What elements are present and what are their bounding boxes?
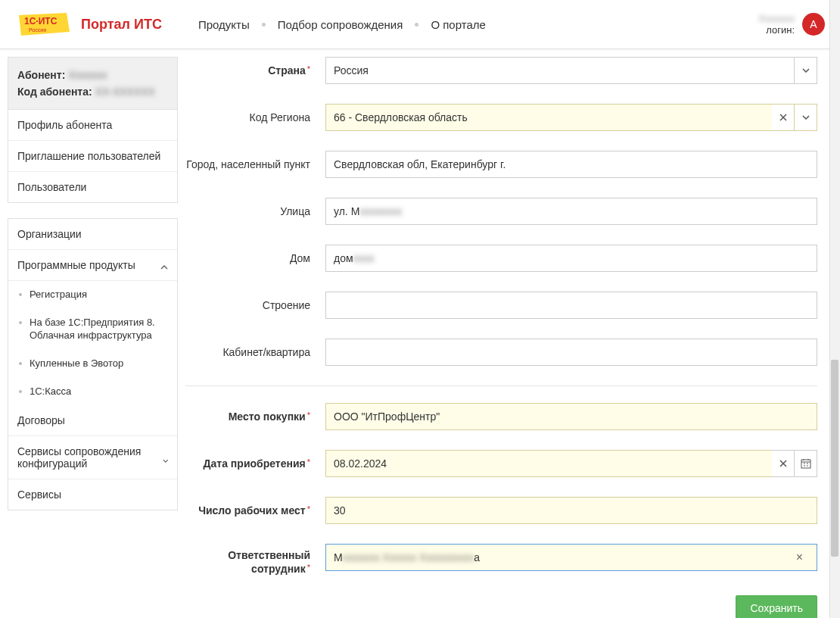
region-label: Код Региона — [185, 111, 325, 124]
house-input[interactable]: дом xxxx — [325, 245, 817, 272]
clear-icon[interactable] — [772, 450, 795, 477]
house-label: Дом — [185, 251, 325, 265]
abonent-code-value: XX-XXXXXX — [95, 86, 155, 98]
main-nav: Продукты Подбор сопровождения О портале — [192, 15, 492, 34]
nav-support[interactable]: Подбор сопровождения — [272, 15, 409, 34]
purchase-date-input[interactable]: 08.02.2024 — [325, 450, 772, 477]
workplaces-input[interactable]: 30 — [325, 497, 817, 524]
nav-separator-icon — [262, 23, 266, 27]
responsible-label: Ответственный сотрудник — [228, 549, 310, 575]
user-block: Xxxxxxx логин: A — [758, 13, 825, 36]
sidebar-item-products[interactable]: Программные продукты — [8, 250, 177, 281]
chevron-down-icon[interactable] — [795, 104, 817, 131]
chevron-up-icon — [160, 261, 168, 269]
nav-separator-icon — [415, 23, 418, 27]
sidebar-menu-1: Профиль абонента Приглашение пользовател… — [8, 109, 178, 203]
purchase-date-label: Дата приобретения — [204, 457, 306, 470]
sidebar-subitem-cloud[interactable]: На базе 1С:Предприятия 8. Облачная инфра… — [8, 309, 177, 350]
logo-area: 1С·ИТС Россия Портал ИТС — [15, 9, 162, 39]
sidebar-abonent-info: Абонент: Xxxxxxx Код абонента: XX-XXXXXX — [8, 57, 178, 109]
sidebar-item-services2[interactable]: Сервисы — [8, 479, 177, 510]
street-input[interactable]: ул. Мxxxxxxxx — [325, 198, 817, 225]
sidebar-item-services[interactable]: Сервисы сопровождения конфигураций — [8, 436, 177, 479]
scrollbar[interactable] — [829, 0, 840, 618]
clear-icon[interactable]: × — [790, 551, 809, 564]
responsible-input[interactable]: Мxxxxxxx Xxxxxx Xxxxxxxxxxа × — [325, 544, 817, 571]
form-content: Страна* Россия Код Региона 66 - Свердлов… — [185, 57, 832, 618]
sidebar-item-invite[interactable]: Приглашение пользователей — [8, 141, 177, 172]
sidebar-item-users[interactable]: Пользователи — [8, 172, 177, 202]
purchase-place-label: Место покупки — [229, 410, 306, 423]
country-value: Россия — [334, 64, 369, 76]
sidebar-item-services-label: Сервисы сопровождения конфигураций — [17, 445, 163, 470]
chevron-down-icon — [163, 454, 168, 461]
workplaces-label: Число рабочих мест — [198, 504, 306, 517]
country-label: Страна — [268, 64, 306, 76]
user-name: Xxxxxxx — [758, 13, 795, 24]
sidebar-item-contracts[interactable]: Договоры — [8, 405, 177, 436]
street-label: Улица — [185, 204, 325, 218]
nav-products[interactable]: Продукты — [192, 15, 256, 34]
apt-input[interactable] — [325, 339, 817, 366]
abonent-code-label: Код абонента: — [17, 86, 92, 98]
purchase-place-input[interactable]: ООО "ИтПрофЦентр" — [325, 403, 817, 430]
app-header: 1С·ИТС Россия Портал ИТС Продукты Подбор… — [0, 0, 840, 49]
save-button[interactable]: Сохранить — [736, 595, 817, 618]
sidebar-item-products-label: Программные продукты — [17, 259, 135, 271]
city-label: Город, населенный пункт — [185, 158, 325, 171]
apt-label: Кабинет/квартира — [185, 345, 325, 359]
country-select[interactable]: Россия — [325, 57, 817, 84]
portal-title: Портал ИТС — [81, 17, 162, 33]
svg-rect-2 — [801, 460, 810, 468]
scroll-thumb[interactable] — [831, 360, 838, 557]
svg-text:Россия: Россия — [29, 27, 46, 33]
clear-icon[interactable] — [772, 104, 795, 131]
sidebar-subitem-registration[interactable]: Регистрация — [8, 281, 177, 309]
sidebar-subitem-evotor[interactable]: Купленные в Эвотор — [8, 350, 177, 378]
logo-icon: 1С·ИТС Россия — [15, 9, 72, 39]
abonent-label: Абонент: — [17, 69, 65, 81]
chevron-down-icon[interactable] — [794, 58, 817, 83]
region-input[interactable]: 66 - Свердловская область — [325, 104, 772, 131]
sidebar-menu-2: Организации Программные продукты Регистр… — [8, 218, 178, 510]
city-input[interactable]: Свердловская обл, Екатеринбург г. — [325, 151, 817, 178]
user-info: Xxxxxxx логин: — [758, 13, 795, 36]
sidebar-subitem-kassa[interactable]: 1С:Касса — [8, 378, 177, 406]
login-label: логин: — [758, 24, 795, 36]
sidebar: Абонент: Xxxxxxx Код абонента: XX-XXXXXX… — [8, 57, 178, 618]
divider — [185, 385, 817, 386]
nav-about[interactable]: О портале — [425, 15, 491, 34]
abonent-value: Xxxxxxx — [68, 69, 107, 81]
calendar-icon[interactable] — [795, 450, 817, 477]
building-input[interactable] — [325, 292, 817, 319]
sidebar-item-profile[interactable]: Профиль абонента — [8, 110, 177, 141]
building-label: Строение — [185, 298, 325, 312]
sidebar-item-orgs[interactable]: Организации — [8, 219, 177, 250]
avatar[interactable]: A — [802, 13, 825, 36]
svg-text:1С·ИТС: 1С·ИТС — [24, 16, 58, 27]
